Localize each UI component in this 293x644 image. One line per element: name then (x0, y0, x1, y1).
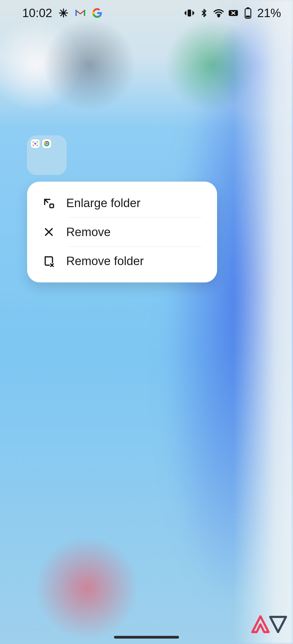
menu-item-label: Enlarge folder (66, 196, 141, 210)
gmail-icon (75, 8, 86, 18)
svg-rect-4 (75, 10, 77, 16)
wallpaper-rightfade (233, 0, 293, 644)
status-clock: 10:02 (22, 6, 52, 20)
data-off-icon (228, 8, 239, 18)
folder-context-menu: Enlarge folder Remove Remove folder (27, 182, 217, 282)
status-bar-left: 10:02 (22, 6, 103, 20)
svg-rect-5 (84, 10, 85, 16)
svg-rect-16 (50, 204, 53, 208)
svg-rect-11 (246, 15, 250, 17)
watermark-ap-logo (250, 613, 288, 636)
remove-folder-icon (42, 255, 55, 268)
menu-item-label: Remove folder (66, 254, 144, 268)
menu-item-label: Remove (66, 225, 111, 239)
chrome-icon (42, 139, 51, 148)
lens-icon (31, 139, 40, 148)
wifi-icon (213, 8, 224, 18)
svg-rect-6 (188, 9, 191, 16)
folder-row (31, 139, 63, 148)
gesture-nav-pill[interactable] (114, 636, 179, 639)
status-bar-right: 21% (184, 6, 281, 20)
home-screen: 10:02 (0, 0, 293, 644)
battery-icon (243, 8, 253, 18)
slack-icon (58, 8, 69, 18)
status-bar: 10:02 (0, 0, 293, 26)
menu-item-remove-folder[interactable]: Remove folder (27, 247, 217, 275)
home-folder[interactable] (27, 136, 66, 175)
google-icon (92, 8, 103, 18)
menu-item-enlarge-folder[interactable]: Enlarge folder (27, 189, 217, 217)
svg-point-12 (34, 143, 36, 144)
svg-point-7 (218, 15, 219, 17)
menu-item-remove[interactable]: Remove (27, 218, 217, 246)
vibrate-icon (184, 8, 195, 18)
enlarge-icon (42, 197, 55, 210)
bluetooth-icon (199, 8, 209, 18)
close-icon (42, 226, 55, 239)
battery-percent: 21% (257, 6, 281, 20)
